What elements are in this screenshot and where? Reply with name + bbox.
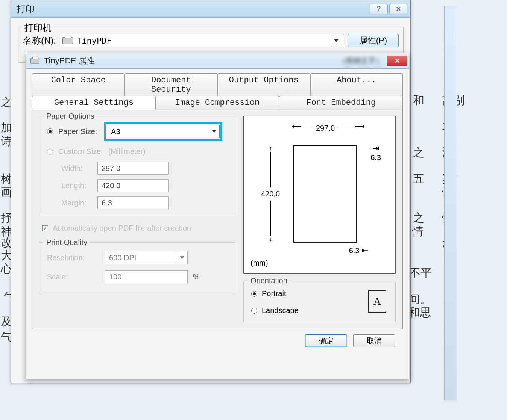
resolution-select[interactable]: 600 DPI <box>105 251 188 264</box>
arrow-right-icon: ⟶ <box>355 122 365 131</box>
tab-document-security[interactable]: Document Security <box>125 73 218 96</box>
paper-size-value: A3 <box>107 127 208 136</box>
tinypdf-properties-dialog: TinyPDF 属性 （模糊文字） ✕ Color Space Document… <box>26 53 409 379</box>
tab-image-compression[interactable]: Image Compression <box>156 96 279 110</box>
width-label: Width: <box>61 164 91 173</box>
margin-label: Margin: <box>61 199 91 207</box>
bg-text: 五 <box>413 171 424 187</box>
print-quality-legend: Print Quality <box>44 238 90 247</box>
paper-size-label: Paper Size: <box>58 127 102 136</box>
tab-output-options[interactable]: Output Options <box>217 73 310 96</box>
printer-group-legend: 打印机 <box>22 22 54 34</box>
blurred-subtitle: （模糊文字） <box>338 56 383 66</box>
custom-size-label: Custom Size: <box>58 147 103 156</box>
chevron-down-icon[interactable] <box>176 251 187 264</box>
custom-size-unit: (Millimeter) <box>108 147 146 156</box>
properties-button[interactable]: 属性(P) <box>348 34 399 47</box>
radio-landscape[interactable] <box>251 308 257 314</box>
radio-custom-size[interactable] <box>47 149 53 155</box>
width-input[interactable] <box>97 162 169 175</box>
auto-open-label: Automatically open PDF file after creati… <box>53 224 191 233</box>
preview-unit-label: (mm) <box>250 259 268 267</box>
paper-options-group: Paper Options Paper Size: A3 <box>39 116 235 216</box>
orientation-icon: A <box>368 290 388 314</box>
preview-page-rect <box>293 145 357 243</box>
tab-panel-general-settings: Paper Options Paper Size: A3 <box>32 110 403 329</box>
bg-text: 情 <box>412 224 424 239</box>
margin-input[interactable] <box>97 196 169 209</box>
bg-text: 之 <box>413 210 424 226</box>
bg-text: 之 <box>1 95 12 110</box>
preview-margin-right: ⇥ 6.3 <box>370 144 381 162</box>
bg-text: 加 <box>1 120 12 136</box>
background-window-strip <box>444 6 457 400</box>
tab-about[interactable]: About... <box>310 73 403 96</box>
chevron-down-icon[interactable] <box>208 125 219 138</box>
props-dialog-title: TinyPDF 属性 <box>44 55 334 66</box>
printer-icon <box>62 37 73 44</box>
bg-text: 大 <box>1 248 12 263</box>
tab-font-embedding[interactable]: Font Embedding <box>279 96 403 110</box>
print-dialog-title: 打印 <box>17 3 370 15</box>
print-quality-group: Print Quality Resolution: 600 DPI Scale: <box>39 242 235 293</box>
landscape-label: Landscape <box>262 306 299 315</box>
preview-height-dimension: ↑ 420.0 ↓ <box>261 145 280 243</box>
scale-label: Scale: <box>47 273 100 281</box>
bg-text: 和思 <box>408 305 431 320</box>
close-button[interactable]: ✕ <box>387 56 407 66</box>
printer-icon <box>30 58 39 63</box>
close-button[interactable]: ✕ <box>389 4 407 14</box>
bg-text: 不平 <box>409 265 432 281</box>
radio-paper-size[interactable] <box>47 128 53 134</box>
paper-options-legend: Paper Options <box>44 112 97 121</box>
help-button[interactable]: ? <box>370 4 388 14</box>
paper-size-select[interactable]: A3 <box>107 125 220 138</box>
dialog-footer: 确定 取消 <box>32 329 403 347</box>
arrow-left-icon: ⟵ <box>292 122 302 131</box>
paper-preview: 297.0 ⟵ ⟶ ↑ 420.0 ↓ <box>243 116 396 274</box>
scale-unit: % <box>193 273 200 281</box>
length-input[interactable] <box>97 179 169 192</box>
radio-portrait[interactable] <box>251 291 257 297</box>
tabs-container: Color Space Document Security Output Opt… <box>32 73 403 329</box>
bg-text: 之 <box>413 145 424 160</box>
props-titlebar[interactable]: TinyPDF 属性 （模糊文字） ✕ <box>26 53 409 69</box>
resolution-label: Resolution: <box>47 254 100 262</box>
scale-input[interactable] <box>105 270 188 283</box>
bg-text: 诗 <box>1 134 12 149</box>
resolution-value: 600 DPI <box>105 254 176 262</box>
printer-name-label: 名称(N): <box>23 35 56 47</box>
auto-open-row: Automatically open PDF file after creati… <box>42 224 235 233</box>
preview-width-dimension: 297.0 <box>293 124 357 133</box>
bg-text: 间。 <box>408 292 431 307</box>
chevron-down-icon[interactable] <box>331 34 342 47</box>
bg-text: 和 <box>413 93 424 108</box>
ok-button[interactable]: 确定 <box>305 334 347 347</box>
cancel-button[interactable]: 取消 <box>353 334 395 347</box>
orientation-group: Orientation Portrait Landscap <box>243 281 396 322</box>
printer-selected-name: TinyPDF <box>77 36 327 45</box>
bg-text: 改 <box>1 235 12 251</box>
tab-color-space[interactable]: Color Space <box>32 73 125 96</box>
preview-margin-bottom: 6.3 ⇤ <box>349 246 368 255</box>
length-label: Length: <box>61 181 91 190</box>
checkbox-auto-open[interactable] <box>42 225 48 231</box>
tab-general-settings[interactable]: General Settings <box>32 96 156 110</box>
portrait-label: Portrait <box>262 289 286 298</box>
orientation-legend: Orientation <box>248 276 290 285</box>
print-titlebar[interactable]: 打印 ? ✕ <box>11 0 410 18</box>
printer-select[interactable]: TinyPDF <box>60 34 344 47</box>
